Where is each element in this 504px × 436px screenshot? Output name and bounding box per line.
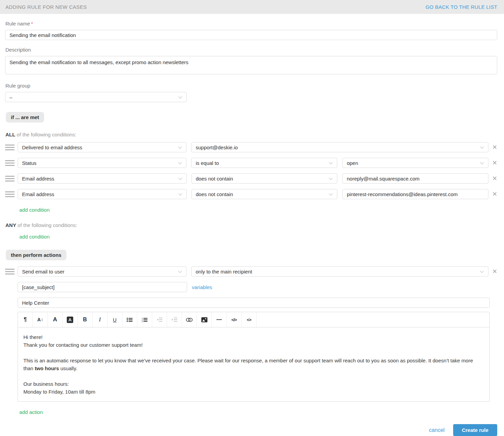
condition-row: Statusis equal toopen✕ [5,158,497,168]
drag-handle-icon[interactable] [5,145,15,150]
action-recipient-select[interactable]: only to the main recipient [191,266,488,277]
bold-icon[interactable]: B [78,312,93,327]
email-body-line: This is an automatic response to let you… [23,357,484,372]
outdent-icon[interactable] [152,312,167,327]
rule-group-select[interactable]: – [5,92,187,102]
drag-handle-icon[interactable] [5,191,15,197]
sender-name-input[interactable] [18,298,490,308]
remove-condition-icon[interactable]: ✕ [492,144,497,150]
condition-field-select[interactable]: Email address [18,189,187,199]
description-input[interactable]: Sending the email notification to all me… [5,56,497,74]
font-size-icon[interactable]: A↕ [33,312,48,327]
chevron-down-icon [178,192,182,195]
email-body-line: Hi there! [23,333,484,341]
image-icon[interactable] [197,312,212,327]
page-title: ADDING RULE FOR NEW CASES [5,4,87,10]
email-subject-input[interactable] [18,282,187,292]
text-color-icon[interactable]: A [48,312,63,327]
indent-icon[interactable] [167,312,182,327]
condition-field-select[interactable]: Status [18,158,186,168]
top-bar: ADDING RULE FOR NEW CASES GO BACK TO THE… [0,0,504,14]
editor-toolbar: ¶A↕AABIU123—</><> [18,312,490,327]
rule-name-label: Rule name* [5,21,497,26]
action-row: Send email to user only to the main reci… [5,266,497,277]
remove-action-icon[interactable]: ✕ [492,268,497,274]
create-rule-button[interactable]: Create rule [453,424,497,436]
code-view-icon[interactable]: </> [227,312,242,327]
condition-field-select[interactable]: Delivered to email address [18,142,186,152]
chevron-down-icon [178,145,182,149]
chevron-down-icon [329,176,333,180]
condition-operator-select[interactable]: is equal to [191,158,337,168]
go-back-link[interactable]: GO BACK TO THE RULE LIST [425,4,497,10]
form-footer: cancel Create rule [5,424,497,436]
svg-text:3: 3 [142,320,143,322]
highlight-color-icon[interactable]: A [63,312,78,327]
link-icon[interactable] [182,312,197,327]
condition-operator-select[interactable]: does not contain [191,189,338,199]
ordered-list-icon[interactable]: 123 [137,312,152,327]
conditions-all-rows: Delivered to email addresssupport@deskie… [5,142,497,199]
unordered-list-icon[interactable] [122,312,137,327]
rule-form: Rule name* Description Sending the email… [0,21,504,436]
action-type-select[interactable]: Send email to user [18,266,186,277]
italic-icon[interactable]: I [93,312,107,327]
add-condition-any-link[interactable]: add condition [19,234,49,240]
condition-value-input[interactable] [342,173,488,184]
remove-condition-icon[interactable]: ✕ [492,175,497,182]
chevron-down-icon [480,160,484,164]
add-condition-all-link[interactable]: add condition [19,207,49,213]
remove-condition-icon[interactable]: ✕ [492,191,497,197]
email-body-editor[interactable]: Hi there!Thank you for contacting our cu… [18,327,490,402]
drag-handle-icon[interactable] [5,176,15,182]
inline-code-icon[interactable]: <> [242,312,257,327]
chevron-down-icon [178,160,182,164]
rule-group-label: Rule group [5,83,497,89]
condition-operator-select[interactable]: does not contain [191,173,338,184]
horizontal-line-icon[interactable]: — [212,312,227,327]
variables-link[interactable]: variables [192,284,212,290]
then-actions-badge: then perform actions [6,250,66,260]
if-conditions-badge: if ... are met [6,112,44,122]
remove-condition-icon[interactable]: ✕ [492,160,497,166]
condition-row: Email addressdoes not contain✕ [5,173,497,184]
any-conditions-label: ANY of the following conditions: [5,222,497,228]
email-body-line: Our business hours: [23,380,484,388]
chevron-down-icon [480,145,484,149]
chevron-down-icon [329,192,333,195]
email-body-line: Monday to Friday, 10am till 8pm [23,388,484,396]
email-body-line [23,372,484,380]
drag-handle-icon[interactable] [5,160,15,166]
email-body-line [23,349,484,357]
chevron-down-icon [480,269,484,273]
rule-name-input[interactable] [5,30,497,40]
condition-value-select[interactable]: open [342,158,488,168]
condition-row: Delivered to email addresssupport@deskie… [5,142,497,152]
chevron-down-icon [178,95,182,98]
chevron-down-icon [178,269,182,273]
condition-value-input[interactable] [342,189,488,199]
cancel-button[interactable]: cancel [429,427,444,433]
all-conditions-label: ALL of the following conditions: [5,132,497,137]
condition-row: Email addressdoes not contain✕ [5,189,497,199]
chevron-down-icon [329,160,333,164]
condition-field-select[interactable]: Email address [18,173,187,184]
email-body-line: Thank you for contacting our customer su… [23,341,484,349]
required-asterisk: * [31,21,33,26]
condition-value-select[interactable]: support@deskie.io [191,142,488,152]
subject-row: variables [18,282,497,292]
add-action-link[interactable]: add action [19,409,43,415]
underline-icon[interactable]: U [107,312,122,327]
paragraph-format-icon[interactable]: ¶ [18,312,33,327]
drag-handle-icon[interactable] [5,269,15,274]
chevron-down-icon [178,176,182,180]
description-label: Description [5,47,497,53]
